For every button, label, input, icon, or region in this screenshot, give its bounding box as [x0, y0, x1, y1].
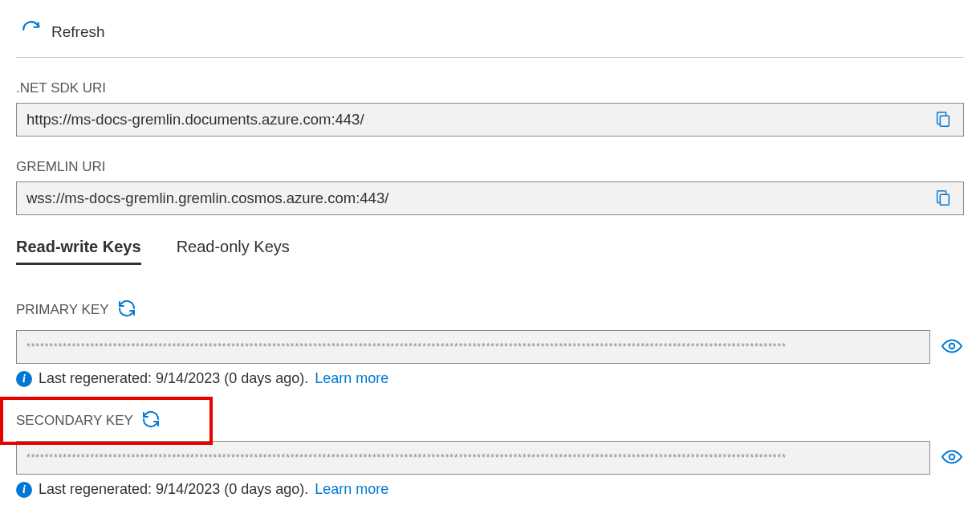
secondary-key-label: SECONDARY KEY [16, 413, 133, 429]
copy-icon [934, 110, 952, 130]
primary-key-learn-more-link[interactable]: Learn more [315, 370, 388, 387]
toolbar: Refresh [16, 16, 964, 58]
eye-icon [941, 446, 962, 470]
net-sdk-uri-label: .NET SDK URI [16, 80, 964, 96]
regenerate-icon [117, 299, 136, 320]
refresh-label: Refresh [51, 23, 105, 41]
copy-icon [934, 189, 952, 209]
secondary-key-info: i Last regenerated: 9/14/2023 (0 days ag… [16, 481, 964, 498]
regenerate-secondary-key-button[interactable] [141, 410, 161, 431]
primary-key-regenerated-text: Last regenerated: 9/14/2023 (0 days ago)… [39, 370, 308, 387]
secondary-key-section: SECONDARY KEY **************************… [16, 410, 964, 498]
net-sdk-uri-row: https://ms-docs-gremlin.documents.azure.… [16, 103, 964, 137]
svg-rect-0 [940, 116, 949, 126]
gremlin-uri-value: wss://ms-docs-gremlin.gremlin.cosmos.azu… [26, 190, 388, 207]
copy-net-sdk-uri-button[interactable] [933, 108, 954, 132]
gremlin-uri-input[interactable]: wss://ms-docs-gremlin.gremlin.cosmos.azu… [16, 181, 964, 215]
svg-rect-1 [940, 194, 949, 205]
regenerate-icon [141, 410, 161, 431]
svg-point-3 [950, 454, 955, 459]
info-icon: i [16, 482, 32, 498]
show-primary-key-button[interactable] [940, 334, 964, 361]
keys-tabs: Read-write Keys Read-only Keys [16, 238, 964, 265]
primary-key-label: PRIMARY KEY [16, 302, 109, 318]
tab-read-write-keys[interactable]: Read-write Keys [16, 238, 141, 265]
svg-point-2 [950, 343, 955, 349]
refresh-icon [21, 19, 42, 44]
tab-read-only-keys[interactable]: Read-only Keys [177, 238, 290, 265]
info-icon: i [16, 371, 32, 387]
secondary-key-label-row: SECONDARY KEY [16, 410, 964, 431]
primary-key-row: ****************************************… [16, 330, 964, 364]
refresh-button[interactable]: Refresh [18, 16, 108, 47]
content: .NET SDK URI https://ms-docs-gremlin.doc… [16, 58, 964, 498]
secondary-key-value: ****************************************… [26, 452, 787, 463]
primary-key-value: ****************************************… [26, 341, 787, 353]
primary-key-input[interactable]: ****************************************… [16, 330, 930, 364]
net-sdk-uri-input[interactable]: https://ms-docs-gremlin.documents.azure.… [16, 103, 964, 137]
primary-key-label-row: PRIMARY KEY [16, 299, 964, 320]
primary-key-info: i Last regenerated: 9/14/2023 (0 days ag… [16, 370, 964, 387]
secondary-key-input[interactable]: ****************************************… [16, 441, 930, 475]
show-secondary-key-button[interactable] [940, 445, 964, 471]
secondary-key-learn-more-link[interactable]: Learn more [315, 481, 388, 498]
gremlin-uri-label: GREMLIN URI [16, 159, 964, 175]
eye-icon [941, 336, 962, 359]
net-sdk-uri-value: https://ms-docs-gremlin.documents.azure.… [26, 111, 364, 128]
regenerate-primary-key-button[interactable] [117, 299, 136, 320]
gremlin-uri-row: wss://ms-docs-gremlin.gremlin.cosmos.azu… [16, 181, 964, 215]
secondary-key-row: ****************************************… [16, 441, 964, 475]
copy-gremlin-uri-button[interactable] [933, 187, 954, 210]
secondary-key-regenerated-text: Last regenerated: 9/14/2023 (0 days ago)… [39, 481, 308, 498]
